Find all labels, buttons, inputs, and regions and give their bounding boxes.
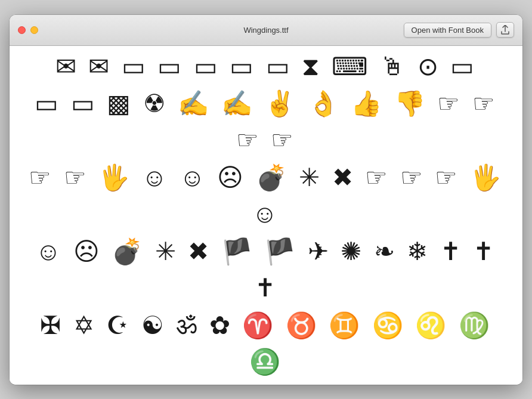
symbol-row-3: ▭ ▭ ▩ ☢ ✍ ✍ ✌ 👌 👍 👎 ☞ ☞ ☞ ☞ xyxy=(27,86,505,159)
symbol-row-5: ☺ ☹ 💣 ✳ ✖ 🏴 🏴 ✈ ✺ ❧ ❄ ✝ ✝ ✝ xyxy=(27,234,505,307)
open-font-book-button[interactable]: Open with Font Book xyxy=(404,23,491,38)
symbol-row-6: ✠ ✡ ☪ ☯ ॐ ✿ ♈ ♉ ♊ ♋ ♌ ♍ ♎ xyxy=(27,308,505,381)
titlebar-actions: Open with Font Book xyxy=(404,22,514,38)
minimize-button[interactable] xyxy=(30,26,38,34)
share-icon xyxy=(501,25,509,35)
symbol-row-2: ✉ ✉ ▭ ▭ ▭ ▭ ▭ ⧗ ⌨ 🖱 ⊙ ▭ xyxy=(55,49,477,85)
font-preview: ✏ ✂ ✁ ✆ ✉ ✉ ☎ ✆ ✉ ✉ ✆ ✉ ✉ ✉ ✉ ▭ ▭ ▭ ▭ ▭ … xyxy=(10,46,522,385)
symbol-row-4: ☞ ☞ 🖐 ☺ ☺ ☹ 💣 ✳ ✖ ☞ ☞ ☞ 🖐 ☺ xyxy=(27,160,505,233)
window-title: Wingdings.ttf xyxy=(243,26,288,35)
wingdings-character-display: ✏ ✂ ✁ ✆ ✉ ✉ ☎ ✆ ✉ ✉ ✆ ✉ ✉ ✉ ✉ ▭ ▭ ▭ ▭ ▭ … xyxy=(27,46,505,385)
application-window: Wingdings.ttf Open with Font Book ✏ ✂ ✁ … xyxy=(10,15,522,385)
close-button[interactable] xyxy=(18,26,26,34)
symbol-row-1: ✏ ✂ ✁ ✆ ✉ ✉ ☎ ✆ ✉ ✉ ✆ ✉ ✉ xyxy=(51,46,481,48)
traffic-lights xyxy=(18,26,38,34)
titlebar: Wingdings.ttf Open with Font Book xyxy=(10,15,522,46)
share-button[interactable] xyxy=(496,22,514,38)
font-preview-area: ✏ ✂ ✁ ✆ ✉ ✉ ☎ ✆ ✉ ✉ ✆ ✉ ✉ ✉ ✉ ▭ ▭ ▭ ▭ ▭ … xyxy=(10,46,522,385)
symbol-row-7: ♏ ♐ ♑ ♒ ♓ & ● ○ ■ □ □ □ xyxy=(65,382,467,385)
